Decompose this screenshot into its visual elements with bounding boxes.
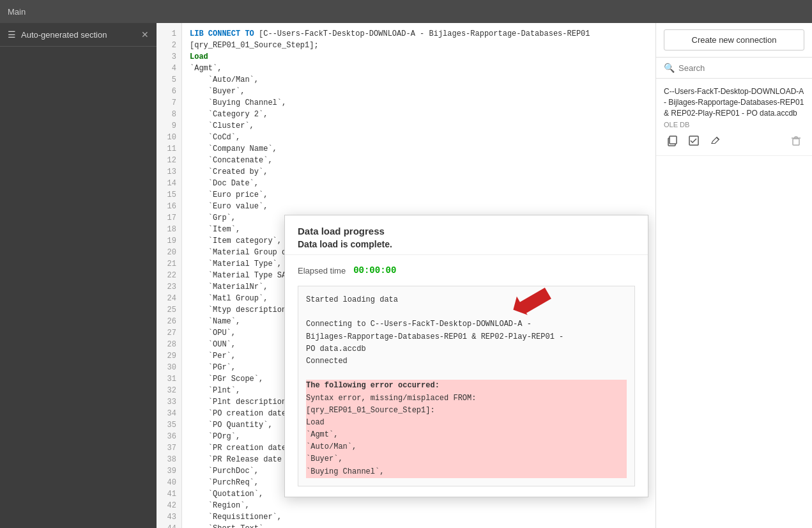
code-line: `Short Text`, [190,523,648,528]
connection-edit-button[interactable] [707,134,724,150]
main-layout: ☰ Auto-generated section ✕ 1234567891011… [0,23,812,528]
code-line: `Buyer`, [190,86,648,97]
connection-name: C--Users-FackT-Desktop-DOWNLOAD-A - Bijl… [664,86,804,118]
check-icon [688,135,700,146]
data-load-progress-modal: Data load progress Data load is complete… [284,215,648,497]
svg-rect-5 [793,139,799,145]
elapsed-time: 00:00:00 [353,265,396,276]
search-input[interactable] [678,63,804,73]
code-line: `Doc Date`, [190,178,648,189]
sidebar-title: Auto-generated section [21,30,107,40]
code-line: `Auto/Man`, [190,74,648,86]
top-bar: Main [0,0,812,23]
code-line: LIB CONNECT TO [C--Users-FackT-Desktop-D… [190,28,648,40]
code-line: `Cluster`, [190,120,648,132]
delete-icon [790,135,802,146]
code-line: `Euro value`, [190,201,648,212]
elapsed-label: Elapsed time [298,266,346,276]
search-icon: 🔍 [664,63,675,73]
modal-subtitle: Data load is complete. [298,239,635,249]
connection-type: OLE DB [664,121,804,128]
code-line: `Region`, [190,500,648,511]
connection-select-button[interactable] [686,134,702,150]
left-sidebar: ☰ Auto-generated section ✕ [0,23,157,528]
code-line: `Euro price`, [190,189,648,201]
connection-actions [664,134,804,150]
search-box: 🔍 [656,58,812,79]
right-panel-header: Create new connection [656,23,812,58]
hamburger-icon[interactable]: ☰ [8,29,16,40]
modal-body: Elapsed time 00:00:00 Started loading da… [285,255,648,497]
code-line: `Created by`, [190,166,648,178]
code-line: `Agmt`, [190,63,648,74]
code-line: `Category 2`, [190,109,648,120]
copy-icon [666,135,678,146]
code-line: Load [190,51,648,63]
sidebar-close-button[interactable]: ✕ [141,29,149,40]
connection-copy-button[interactable] [664,134,680,150]
connection-delete-button[interactable] [788,134,804,150]
create-connection-button[interactable]: Create new connection [664,29,804,50]
code-line: `Buying Channel`, [190,97,648,109]
code-line: `Concatenate`, [190,155,648,166]
log-box: Started loading data Connecting to C--Us… [298,286,635,486]
connection-item: C--Users-FackT-Desktop-DOWNLOAD-A - Bijl… [656,79,812,156]
edit-icon [710,135,721,146]
editor-area: 1234567891011121314151617181920212223242… [157,23,655,528]
code-line: `Company Name`, [190,143,648,155]
modal-header: Data load progress Data load is complete… [285,215,648,255]
right-panel: Create new connection 🔍 C--Users-FackT-D… [655,23,812,528]
code-line: `Requisitioner`, [190,511,648,523]
sidebar-header: ☰ Auto-generated section ✕ [0,23,157,47]
sidebar-header-left: ☰ Auto-generated section [8,29,107,40]
svg-rect-2 [670,136,677,144]
line-numbers: 1234567891011121314151617181920212223242… [157,23,182,528]
code-line: [qry_REP01_01_Source_Step1]; [190,40,648,51]
top-bar-title: Main [8,7,26,17]
code-line: `CoCd`, [190,132,648,143]
modal-title: Data load progress [298,226,635,237]
elapsed-row: Elapsed time 00:00:00 [298,265,635,276]
